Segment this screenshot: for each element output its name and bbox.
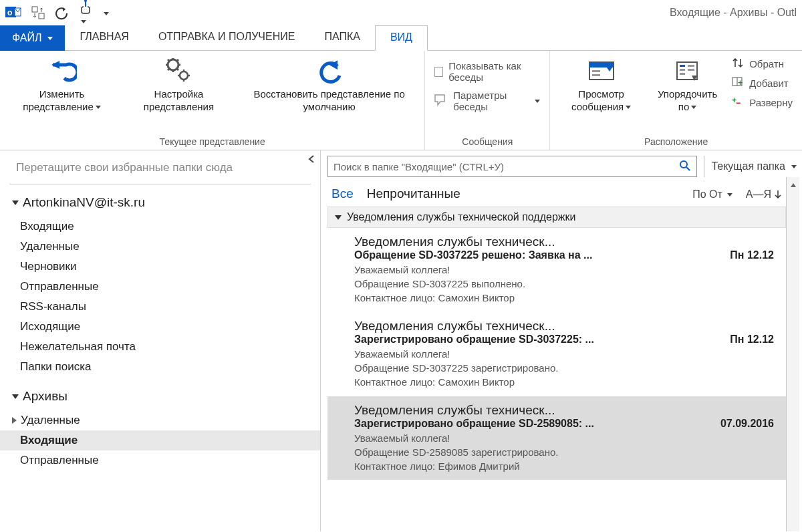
archive-folder-deleted-label: Удаленные: [21, 414, 80, 427]
svg-rect-22: [592, 70, 600, 72]
folder-drafts[interactable]: Черновики: [0, 257, 320, 277]
reset-view-icon: [315, 56, 344, 87]
folder-outbox[interactable]: Исходящие: [0, 317, 320, 337]
group-current-view: Изменить представление Настройка предста…: [0, 51, 425, 150]
expand-collapse-icon: +−: [732, 96, 744, 109]
search-bar: Поиск в папке "Входящие" (CTRL+У) Текуща…: [327, 156, 799, 177]
svg-text:o: o: [7, 8, 12, 17]
reverse-sort-button[interactable]: Обратн: [732, 57, 793, 70]
chevron-right-icon: [12, 417, 17, 424]
add-columns-button[interactable]: + Добавит: [732, 77, 793, 90]
message-subject: Зарегистрировано обращение SD-3037225: .…: [354, 334, 722, 346]
view-settings-button[interactable]: Настройка представления: [128, 56, 230, 114]
expand-collapse-button[interactable]: +− Разверну: [732, 96, 793, 109]
tab-file[interactable]: ФАЙЛ: [0, 25, 65, 51]
search-scope-dropdown[interactable]: Текущая папка: [711, 156, 799, 177]
tab-send-receive[interactable]: ОТПРАВКА И ПОЛУЧЕНИЕ: [144, 25, 310, 51]
view-settings-label: Настройка представления: [128, 88, 230, 114]
chevron-down-icon: [691, 106, 696, 109]
svg-text:+: +: [738, 78, 743, 88]
chevron-down-icon: [727, 193, 732, 196]
svg-point-35: [680, 161, 687, 168]
message-preview-label: Просмотр сообщения: [559, 88, 643, 114]
archives-header-label: Архивы: [23, 389, 68, 404]
folder-search[interactable]: Папки поиска: [0, 357, 320, 377]
search-input[interactable]: Поиск в папке "Входящие" (CTRL+У): [327, 156, 697, 177]
tab-folder[interactable]: ПАПКА: [309, 25, 374, 51]
divider: [9, 184, 311, 184]
message-group-header[interactable]: Уведомления службы технической поддержки: [327, 207, 786, 228]
show-as-conversations-checkbox[interactable]: Показывать как беседы: [434, 60, 540, 83]
filter-all[interactable]: Все: [331, 186, 354, 201]
sort-az-label: А—Я: [746, 188, 771, 201]
filter-unread[interactable]: Непрочитанные: [367, 186, 460, 201]
folder-junk[interactable]: Нежелательная почта: [0, 337, 320, 357]
group-arrangement: Просмотр сообщения Упорядочить по Обратн…: [550, 51, 802, 150]
archive-folder-sent[interactable]: Отправленные: [0, 450, 320, 471]
reverse-sort-icon: [732, 57, 744, 70]
message-date: Пн 12.12: [730, 334, 774, 346]
tab-view[interactable]: ВИД: [375, 25, 428, 51]
sort-az[interactable]: А—Я: [746, 188, 782, 201]
message-preview-icon: [587, 56, 616, 87]
scrollbar[interactable]: [786, 177, 799, 531]
archives-header[interactable]: Архивы: [0, 377, 320, 410]
folder-inbox[interactable]: Входящие: [0, 217, 320, 237]
group-arrangement-label: Расположение: [644, 135, 708, 150]
svg-point-5: [84, 0, 87, 2]
window-title: Входящие - Архивы - Outl: [670, 7, 797, 19]
reverse-sort-label: Обратн: [749, 58, 784, 70]
message-item[interactable]: Уведомления службы техническ... Зарегист…: [327, 312, 786, 396]
message-item[interactable]: Уведомления службы техническ... Обращени…: [327, 228, 786, 312]
chevron-down-icon: [626, 106, 631, 109]
search-placeholder: Поиск в папке "Входящие" (CTRL+У): [333, 161, 674, 172]
archive-folder-inbox[interactable]: Входящие: [0, 430, 320, 450]
message-list-pane: Поиск в папке "Входящие" (CTRL+У) Текуща…: [321, 150, 802, 531]
touch-mode-icon[interactable]: [79, 0, 92, 26]
change-view-button[interactable]: Изменить представление: [9, 56, 114, 114]
message-from: Уведомления службы техническ...: [354, 403, 774, 418]
chevron-down-icon: [535, 100, 540, 103]
svg-rect-26: [680, 69, 685, 71]
add-columns-icon: +: [732, 77, 744, 90]
folder-sent[interactable]: Отправленные: [0, 277, 320, 297]
filter-bar: Все Непрочитанные По От А—Я: [327, 177, 786, 207]
svg-point-6: [168, 59, 178, 70]
conversation-settings-button[interactable]: Параметры беседы: [434, 90, 540, 112]
search-icon[interactable]: [679, 160, 691, 174]
svg-point-15: [180, 72, 188, 80]
favorites-hint: Перетащите свои избранные папки сюда: [0, 154, 320, 184]
folder-deleted[interactable]: Удаленные: [0, 237, 320, 257]
folder-rss[interactable]: RSS-каналы: [0, 297, 320, 317]
svg-rect-4: [39, 13, 44, 19]
qat-customize-icon[interactable]: [102, 7, 109, 18]
svg-rect-27: [680, 73, 685, 75]
message-item[interactable]: Уведомления службы техническ... Зарегист…: [327, 396, 786, 481]
svg-rect-21: [589, 62, 614, 68]
reset-view-label: Восстановить представление по умолчанию: [243, 88, 415, 114]
tab-file-label: ФАЙЛ: [12, 32, 41, 44]
scroll-up-icon[interactable]: [788, 180, 799, 190]
sort-by-from[interactable]: По От: [692, 188, 732, 201]
group-current-view-label: Текущее представление: [160, 135, 265, 150]
svg-line-36: [686, 167, 690, 170]
message-preview: Уважаемый коллега! Обращение SD-3037225 …: [354, 347, 774, 389]
message-preview-button[interactable]: Просмотр сообщения: [559, 56, 643, 114]
conversation-settings-icon: [434, 94, 448, 108]
search-scope-label: Текущая папка: [711, 160, 785, 172]
collapse-pane-icon[interactable]: [307, 154, 316, 166]
message-date: Пн 12.12: [730, 249, 774, 261]
svg-rect-28: [688, 65, 694, 67]
chevron-down-icon: [335, 215, 342, 220]
change-view-label: Изменить представление: [9, 88, 114, 114]
reset-view-button[interactable]: Восстановить представление по умолчанию: [243, 56, 415, 114]
arrange-by-button[interactable]: Упорядочить по: [656, 56, 718, 114]
folder-pane: Перетащите свои избранные папки сюда Art…: [0, 150, 321, 531]
undo-icon[interactable]: [55, 5, 70, 20]
archive-folder-deleted[interactable]: Удаленные: [0, 410, 320, 430]
send-receive-icon[interactable]: [31, 5, 45, 20]
account-header[interactable]: ArtonkinaNV@it-sk.ru: [0, 191, 320, 217]
chevron-down-icon: [47, 37, 53, 40]
outlook-icon: o: [5, 5, 21, 20]
tab-home[interactable]: ГЛАВНАЯ: [65, 25, 143, 51]
